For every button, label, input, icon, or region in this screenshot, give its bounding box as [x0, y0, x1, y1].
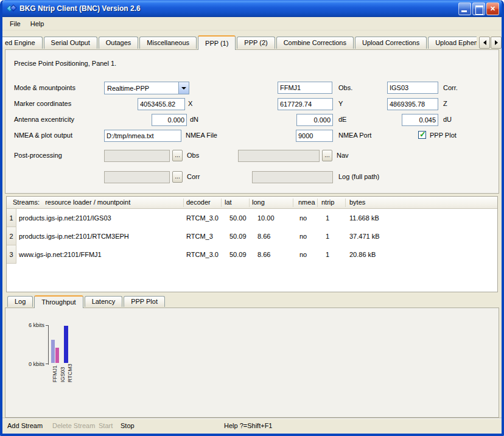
marker-y-label: Y	[338, 100, 343, 107]
ytick-max: 6 kbits	[16, 322, 44, 328]
cell-bytes: 20.86 kB	[349, 251, 376, 258]
antenna-du-field[interactable]	[402, 114, 438, 126]
delete-stream-button[interactable]: Delete Stream	[52, 422, 95, 429]
help-hint: Help ?=Shift+F1	[224, 422, 273, 429]
mode-combobox[interactable]: Realtime-PPP	[104, 82, 189, 94]
bnc-window: BKG Ntrip Client (BNC) Version 2.6 File …	[0, 0, 504, 436]
marker-y-field[interactable]	[278, 98, 333, 110]
tab-ppp-2[interactable]: PPP (2)	[237, 37, 275, 49]
window-title: BKG Ntrip Client (BNC) Version 2.6	[19, 4, 141, 13]
mode-label: Mode & mountpoints	[14, 84, 75, 91]
tab-upload-corrections[interactable]: Upload Corrections	[355, 37, 427, 49]
post-corr-browse-button[interactable]: ...	[172, 171, 183, 183]
start-button[interactable]: Start	[99, 422, 113, 429]
tab-feed-engine[interactable]: ed Engine	[2, 37, 43, 49]
corr-mountpoint-field[interactable]	[387, 82, 438, 94]
obs-mountpoint-field[interactable]	[278, 82, 332, 94]
tab-combine-corrections[interactable]: Combine Corrections	[276, 37, 354, 49]
header-long: long	[252, 199, 265, 206]
menubar: File Help	[2, 17, 502, 30]
tab-latency[interactable]: Latency	[85, 296, 123, 307]
marker-z-field[interactable]	[387, 98, 438, 110]
streams-table: Streams: resource loader / mountpoint de…	[6, 196, 498, 292]
nmea-file-label: NMEA File	[186, 132, 217, 139]
ppp-plot-label: PPP Plot	[430, 132, 457, 139]
marker-x-field[interactable]	[138, 98, 185, 110]
action-bar: Add Stream Delete Stream Start Stop Help…	[2, 419, 502, 434]
header-bytes: bytes	[349, 199, 365, 206]
post-nav-field[interactable]	[238, 150, 320, 162]
menu-file[interactable]: File	[5, 18, 26, 29]
post-log-field[interactable]	[252, 171, 333, 183]
cell-bytes: 11.668 kB	[349, 214, 379, 222]
tab-miscellaneous[interactable]: Miscellaneous	[139, 37, 197, 49]
ppp-plot-checkbox[interactable]	[418, 131, 426, 139]
cell-mountpoint: products.igs-ip.net:2101/RTCM3EPH	[19, 233, 129, 240]
marker-x-label: X	[188, 100, 192, 107]
header-decoder: decoder	[186, 199, 211, 206]
titlebar[interactable]: BKG Ntrip Client (BNC) Version 2.6	[2, 0, 502, 17]
close-button[interactable]	[486, 2, 499, 15]
cell-nmea: no	[299, 214, 307, 222]
antenna-dn-field[interactable]	[152, 114, 187, 126]
mode-combobox-value: Realtime-PPP	[105, 85, 178, 92]
tab-scroll-right-button[interactable]	[491, 37, 502, 49]
antenna-label: Antenna excentricity	[14, 116, 74, 123]
nmea-port-label: NMEA Port	[338, 132, 371, 139]
post-processing-label: Post-processing	[14, 152, 62, 159]
row-number: 2	[7, 227, 16, 245]
menu-help[interactable]: Help	[26, 18, 49, 29]
nmea-port-field[interactable]	[296, 130, 333, 142]
tab-throughput[interactable]: Throughput	[34, 295, 83, 308]
post-nav-browse-button[interactable]: ...	[322, 150, 332, 161]
y-axis	[48, 325, 49, 365]
minimize-button[interactable]	[458, 2, 471, 15]
bottom-tab-bar: Log Throughput Latency PPP Plot	[7, 295, 166, 308]
antenna-de-label: dE	[338, 116, 346, 123]
tab-serial-output[interactable]: Serial Output	[44, 37, 97, 49]
post-obs-browse-button[interactable]: ...	[172, 150, 183, 161]
cell-nmea: no	[299, 233, 307, 240]
table-row[interactable]: 3 www.igs-ip.net:2101/FFMJ1 RTCM_3.0 50.…	[7, 245, 497, 264]
top-tab-bar: ed Engine Serial Output Outages Miscella…	[2, 35, 477, 50]
antenna-dn-label: dN	[190, 116, 198, 123]
cell-long: 8.66	[257, 251, 270, 258]
table-row[interactable]: 2 products.igs-ip.net:2101/RTCM3EPH RTCM…	[7, 227, 497, 245]
row-number: 3	[7, 245, 16, 264]
maximize-button[interactable]	[472, 2, 485, 15]
cell-mountpoint: www.igs-ip.net:2101/FFMJ1	[19, 251, 102, 258]
stop-button[interactable]: Stop	[121, 422, 135, 429]
post-log-label: Log (full path)	[338, 173, 379, 180]
row-number: 1	[7, 209, 16, 227]
y-axis-tick	[46, 364, 48, 364]
chevron-down-icon[interactable]	[178, 82, 189, 94]
header-nmea: nmea	[298, 199, 315, 206]
obs-label: Obs.	[338, 84, 352, 91]
antenna-de-field[interactable]	[296, 114, 333, 126]
add-stream-button[interactable]: Add Stream	[7, 422, 43, 429]
arrow-right-icon	[495, 40, 498, 45]
cell-lat: 50.09	[229, 233, 247, 240]
y-axis-tick	[46, 325, 48, 326]
tab-ppp-plot[interactable]: PPP Plot	[124, 296, 165, 307]
post-obs-field[interactable]	[104, 150, 170, 162]
post-corr-field[interactable]	[104, 171, 170, 183]
tab-ppp-1[interactable]: PPP (1)	[198, 35, 236, 50]
table-row[interactable]: 1 products.igs-ip.net:2101/IGS03 RTCM_3.…	[7, 209, 497, 227]
tab-scroll-left-button[interactable]	[479, 37, 490, 49]
tab-outages[interactable]: Outages	[99, 37, 139, 49]
app-icon	[7, 4, 16, 13]
tab-log[interactable]: Log	[7, 296, 33, 307]
cell-long: 10.00	[257, 214, 275, 222]
cell-bytes: 37.471 kB	[349, 233, 380, 240]
header-lat: lat	[225, 199, 232, 206]
cell-lat: 50.00	[229, 214, 247, 222]
tab-upload-ephemeris[interactable]: Upload Ephemeris	[428, 37, 477, 49]
bar-label: RTCM3	[67, 364, 73, 382]
ytick-min: 0 kbits	[16, 361, 44, 367]
marker-label: Marker coordinates	[14, 100, 71, 107]
cell-ntrip: 1	[326, 233, 329, 240]
cell-long: 8.66	[257, 233, 270, 240]
post-nav-label: Nav	[337, 152, 349, 159]
nmea-file-field[interactable]	[104, 130, 181, 142]
